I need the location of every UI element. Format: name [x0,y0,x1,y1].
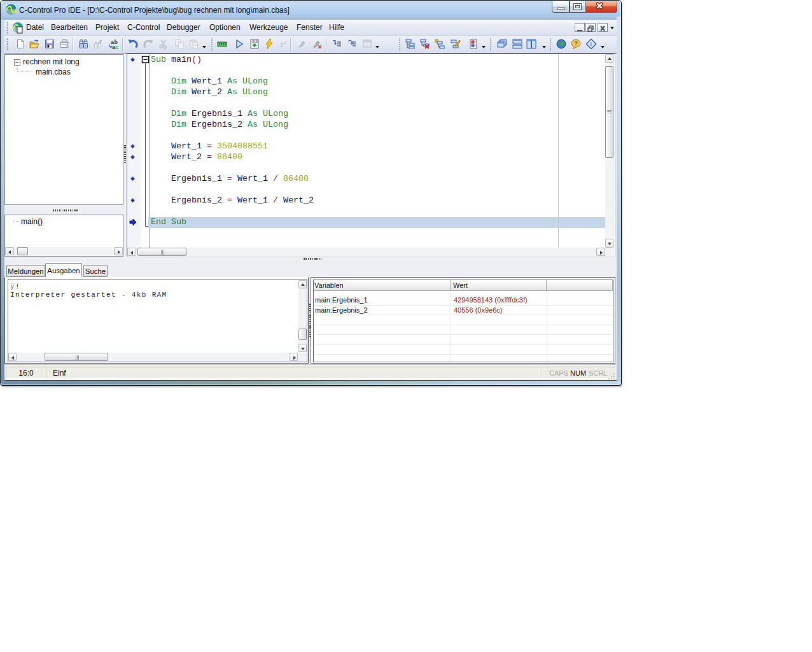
svg-text:010: 010 [252,40,258,44]
svg-text:c: c [115,44,118,49]
svg-text:?: ? [575,40,578,46]
svg-text:z: z [280,41,284,48]
svg-text:♪: ♪ [365,43,367,47]
svg-text:z: z [284,39,286,45]
